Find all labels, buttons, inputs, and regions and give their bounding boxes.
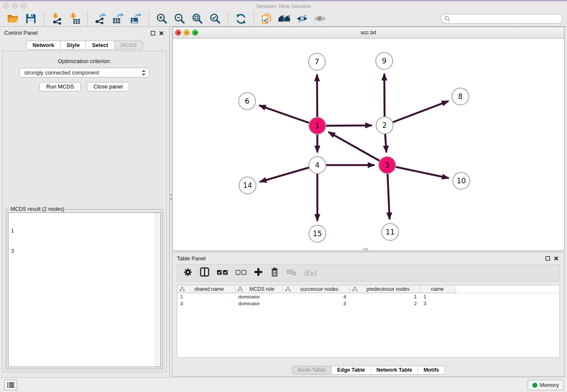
window-title: Session: New Session [0, 1, 567, 11]
mcds-result-area[interactable]: 1 3 [8, 213, 161, 367]
show-panel-button[interactable] [313, 12, 327, 25]
export-image-button[interactable] [129, 12, 143, 25]
refresh-layout-button[interactable] [234, 12, 248, 25]
save-session-button[interactable] [24, 12, 38, 25]
show-task-history-button[interactable] [4, 380, 17, 390]
tab-style[interactable]: Style [61, 41, 86, 50]
cell-name: 1 [421, 294, 456, 299]
search-icon [444, 16, 450, 22]
apply-function-button[interactable]: f(x) [304, 269, 316, 277]
result-scrollbar[interactable] [155, 213, 160, 367]
graph-node-10[interactable]: 10 [452, 172, 470, 190]
close-icon [554, 256, 559, 261]
graph-node-7[interactable]: 7 [308, 53, 326, 71]
graph-node-4[interactable]: 4 [308, 156, 326, 174]
zoom-fit-button[interactable] [190, 12, 204, 25]
control-panel-tabs: Network Style Select MCDS [0, 41, 169, 50]
minimize-network-button[interactable] [184, 30, 190, 36]
canvas-resize-grip[interactable] [363, 248, 368, 250]
graph-edge-3-1[interactable] [328, 132, 387, 165]
search-field[interactable] [441, 14, 563, 24]
table-row[interactable]: 1 dominator 4 1 1 [177, 293, 559, 300]
graph-node-14[interactable]: 14 [239, 177, 256, 194]
close-network-button[interactable] [175, 30, 181, 36]
column-header-shared-name[interactable]: shared name [177, 285, 235, 293]
close-mcds-panel-button[interactable]: Close panel [87, 82, 129, 91]
zoom-selected-icon [209, 13, 221, 25]
graph-node-6[interactable]: 6 [238, 92, 256, 110]
clone-network-button[interactable] [260, 12, 273, 25]
network-canvas[interactable]: 7968124314101511 [173, 39, 564, 251]
tab-mcds[interactable]: MCDS [115, 41, 143, 50]
select-all-columns-button[interactable] [217, 268, 228, 278]
import-table-button[interactable] [68, 12, 81, 25]
graph-node-11[interactable]: 11 [381, 223, 399, 241]
tab-motifs[interactable]: Motifs [418, 366, 445, 375]
attribute-type-icon [237, 287, 243, 292]
float-panel-button[interactable] [150, 30, 156, 36]
cell-mcds-role: dominator [235, 294, 283, 299]
open-folder-icon [7, 13, 19, 24]
table-settings-button[interactable] [183, 268, 193, 279]
tab-network-table[interactable]: Network Table [371, 366, 418, 375]
graph-node-2[interactable]: 2 [376, 116, 394, 134]
panel-splitter[interactable] [170, 194, 172, 203]
criterion-dropdown[interactable]: strongly connected component [19, 68, 149, 77]
mcds-result-line: 3 [11, 248, 158, 254]
delete-column-button[interactable] [270, 267, 279, 279]
float-icon [545, 256, 550, 261]
float-table-panel-button[interactable] [545, 255, 550, 261]
network-window-titlebar[interactable]: scc.txt [173, 27, 564, 39]
attribute-type-icon [285, 287, 291, 292]
graph-node-9[interactable]: 9 [375, 52, 393, 70]
maximize-network-button[interactable] [192, 30, 198, 36]
export-network-button[interactable] [94, 12, 107, 25]
import-network-icon [51, 13, 63, 25]
zoom-in-icon [155, 13, 168, 25]
table-panel-tabs: Node Table Edge Table Network Table Moti… [292, 366, 445, 375]
graph-edge-3-10[interactable] [387, 165, 449, 178]
table-row[interactable]: 3 dominator 3 2 3 [177, 300, 559, 307]
zoom-selected-button[interactable] [208, 12, 222, 25]
graph-node-15[interactable]: 15 [308, 225, 326, 243]
export-table-button[interactable] [111, 12, 125, 25]
close-table-panel-button[interactable] [553, 255, 559, 261]
zoom-out-button[interactable] [173, 12, 186, 25]
column-header-mcds-role[interactable]: MCDS role [235, 285, 283, 293]
graph-node-1[interactable]: 1 [308, 117, 326, 135]
zoom-in-button[interactable] [155, 12, 168, 25]
table-panel-title: Table Panel [177, 255, 206, 262]
tab-node-table[interactable]: Node Table [292, 366, 331, 375]
minimize-window-button[interactable] [12, 3, 18, 9]
graph-edge-2-8[interactable] [385, 101, 449, 125]
show-columns-button[interactable] [200, 267, 209, 279]
home-houses-icon [278, 14, 291, 24]
hide-panel-button[interactable] [295, 12, 309, 25]
graph-node-8[interactable]: 8 [451, 88, 469, 105]
tab-edge-table[interactable]: Edge Table [332, 366, 371, 375]
column-header-successor-nodes[interactable]: successor nodes [283, 285, 350, 293]
import-network-button[interactable] [50, 12, 63, 25]
add-column-button[interactable] [254, 268, 263, 278]
graph-node-3[interactable]: 3 [378, 156, 396, 174]
close-panel-button[interactable] [158, 30, 164, 36]
deselect-all-columns-button[interactable] [235, 268, 247, 278]
zoom-window-button[interactable] [21, 3, 27, 9]
open-session-button[interactable] [6, 12, 20, 25]
column-header-name[interactable]: name [421, 285, 456, 293]
optimization-criterion-label: Optimization criterion: [3, 58, 166, 64]
search-input[interactable] [450, 16, 562, 22]
home-button[interactable] [278, 12, 291, 25]
export-image-icon [130, 13, 142, 25]
tab-select[interactable]: Select [86, 41, 114, 50]
column-header-predecessor-nodes[interactable]: predecessor nodes [350, 285, 421, 293]
network-window-title: scc.txt [173, 27, 564, 38]
delete-table-button[interactable] [286, 268, 297, 278]
close-window-button[interactable] [3, 3, 9, 9]
run-mcds-button[interactable]: Run MCDS [39, 82, 81, 91]
memory-button[interactable]: Memory [528, 380, 564, 390]
tab-network[interactable]: Network [26, 41, 61, 50]
zoom-out-icon [173, 13, 186, 25]
eye-slash-icon [296, 13, 308, 24]
main-toolbar [0, 11, 567, 27]
